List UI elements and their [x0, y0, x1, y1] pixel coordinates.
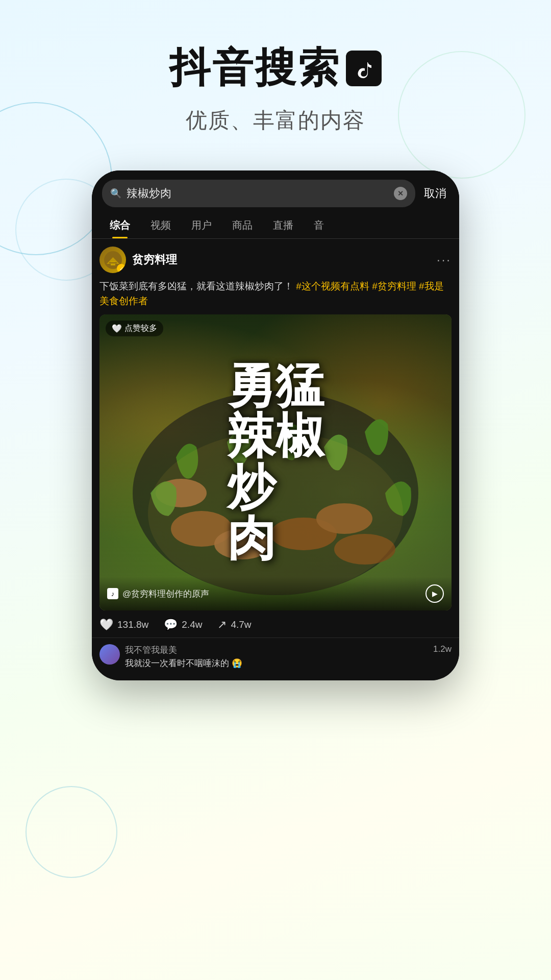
- audio-text: @贫穷料理创作的原声: [122, 588, 209, 600]
- post-area: ✓ 贫穷料理 ··· 下饭菜到底有多凶猛，就看这道辣椒炒肉了！ #这个视频有点料…: [92, 239, 459, 610]
- comments-area: 我不管我最美 我就没一次看时不咽唾沫的 😭 1.2w: [92, 638, 459, 680]
- tiktok-logo-icon: [346, 51, 382, 86]
- clear-search-button[interactable]: ✕: [394, 187, 407, 200]
- likes-count: 131.8w: [117, 619, 148, 630]
- heart-icon-badge: 🤍: [112, 324, 122, 333]
- shares-interaction[interactable]: ↗ 4.7w: [217, 618, 251, 631]
- video-big-text: 勇猛辣椒炒肉: [227, 361, 324, 565]
- cancel-search-button[interactable]: 取消: [421, 186, 449, 201]
- tiktok-small-icon: ♪: [107, 588, 118, 599]
- phone-wrapper: 🔍 辣椒炒肉 ✕ 取消 综合 视频 用户 商品 直播 音: [0, 170, 551, 680]
- comment-username: 我不管我最美: [125, 644, 428, 656]
- video-image: 勇猛辣椒炒肉 🤍 点赞较多 ♪ @贫穷料理创作的原声: [99, 314, 452, 610]
- tab-直播[interactable]: 直播: [263, 212, 304, 238]
- play-button[interactable]: ▶: [425, 584, 444, 603]
- main-title-text: 抖音搜索: [169, 41, 341, 96]
- tab-音乐[interactable]: 音: [304, 212, 334, 238]
- likes-interaction[interactable]: 🤍 131.8w: [99, 618, 148, 631]
- comments-count: 2.4w: [182, 619, 202, 630]
- shares-count: 4.7w: [231, 619, 251, 630]
- bg-decor-circle-4: [26, 786, 117, 878]
- comment-text: 我就没一次看时不咽唾沫的 😭: [125, 657, 428, 669]
- comments-interaction[interactable]: 💬 2.4w: [164, 618, 202, 631]
- tab-用户[interactable]: 用户: [181, 212, 222, 238]
- video-bottom-bar: ♪ @贫穷料理创作的原声 ▶: [99, 577, 452, 610]
- tabs-area: 综合 视频 用户 商品 直播 音: [92, 212, 459, 239]
- search-bar-area: 🔍 辣椒炒肉 ✕ 取消: [92, 170, 459, 212]
- phone-mockup: 🔍 辣椒炒肉 ✕ 取消 综合 视频 用户 商品 直播 音: [92, 170, 459, 680]
- comment-content: 我不管我最美 我就没一次看时不咽唾沫的 😭: [125, 644, 428, 669]
- sub-title: 优质、丰富的内容: [0, 106, 551, 135]
- comment-avatar: [99, 644, 120, 665]
- phone-content: 🔍 辣椒炒肉 ✕ 取消 综合 视频 用户 商品 直播 音: [92, 170, 459, 680]
- tab-综合[interactable]: 综合: [99, 212, 140, 238]
- interaction-row: 🤍 131.8w 💬 2.4w ↗ 4.7w: [92, 610, 459, 638]
- avatar[interactable]: ✓: [99, 247, 126, 273]
- username[interactable]: 贫穷料理: [132, 252, 177, 267]
- comment-row: 我不管我最美 我就没一次看时不咽唾沫的 😭 1.2w: [99, 644, 452, 669]
- user-info: ✓ 贫穷料理: [99, 247, 177, 273]
- svg-rect-2: [109, 262, 117, 263]
- post-description: 下饭菜到底有多凶猛，就看这道辣椒炒肉了！: [99, 281, 293, 291]
- main-title-container: 抖音搜索: [0, 41, 551, 96]
- post-header: ✓ 贫穷料理 ···: [99, 247, 452, 273]
- more-options-button[interactable]: ···: [437, 253, 452, 267]
- heart-icon: 🤍: [99, 618, 113, 631]
- comment-count: 1.2w: [433, 644, 452, 654]
- hashtag-2[interactable]: #贫穷料理: [372, 281, 416, 291]
- search-icon: 🔍: [110, 188, 121, 199]
- comment-icon: 💬: [164, 618, 178, 631]
- hashtag-1[interactable]: #这个视频有点料: [296, 281, 369, 291]
- audio-info: ♪ @贫穷料理创作的原声: [107, 588, 209, 600]
- video-thumbnail[interactable]: 勇猛辣椒炒肉 🤍 点赞较多 ♪ @贫穷料理创作的原声: [99, 314, 452, 610]
- tab-视频[interactable]: 视频: [140, 212, 181, 238]
- video-text-overlay: 勇猛辣椒炒肉: [99, 314, 452, 610]
- verified-badge: ✓: [117, 264, 126, 273]
- header: 抖音搜索 优质、丰富的内容: [0, 0, 551, 160]
- tab-商品[interactable]: 商品: [222, 212, 263, 238]
- search-input-wrap[interactable]: 🔍 辣椒炒肉 ✕: [102, 180, 415, 207]
- post-text: 下饭菜到底有多凶猛，就看这道辣椒炒肉了！ #这个视频有点料 #贫穷料理 #我是美…: [99, 279, 452, 308]
- likes-badge: 🤍 点赞较多: [106, 321, 163, 336]
- share-icon: ↗: [217, 618, 227, 631]
- search-query-text: 辣椒炒肉: [127, 186, 389, 201]
- likes-badge-text: 点赞较多: [124, 323, 157, 334]
